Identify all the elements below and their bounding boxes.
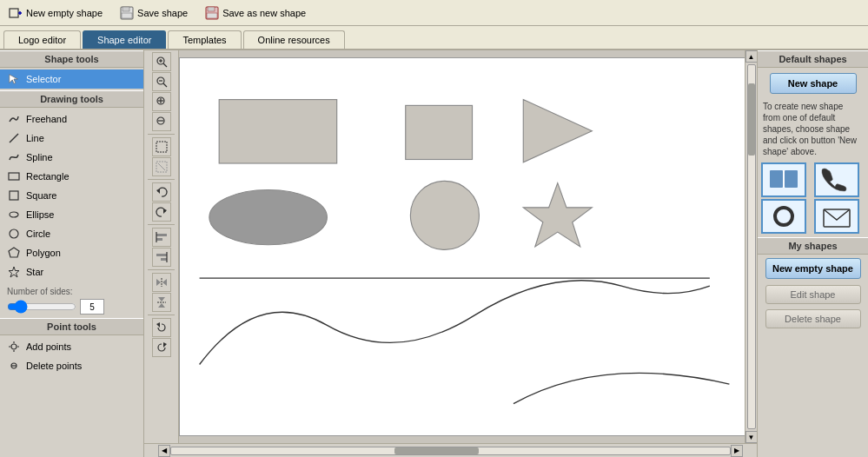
freehand-tool[interactable]: Freehand — [0, 109, 143, 129]
polygon-tool[interactable]: Polygon — [0, 243, 143, 262]
shape-thumb-ring[interactable] — [761, 199, 806, 234]
svg-marker-16 — [9, 267, 19, 277]
new-shape-button[interactable]: New shape — [770, 73, 857, 94]
mini-divider-3 — [148, 224, 175, 225]
drawing-tools-title: Drawing tools — [0, 90, 143, 108]
edit-shape-button[interactable]: Edit shape — [765, 285, 861, 304]
rectangle-icon — [7, 169, 21, 183]
align-right-button[interactable] — [152, 248, 171, 267]
vertical-scrollbar: ▲ ▼ — [745, 50, 757, 443]
point-tools-title: Point tools — [0, 318, 143, 335]
drawing-svg — [180, 58, 749, 435]
rotate-ccw-button[interactable] — [152, 318, 171, 337]
svg-marker-54 — [163, 342, 167, 348]
align-left-button[interactable] — [152, 228, 171, 247]
new-shape-icon — [9, 6, 23, 20]
save-as-icon — [205, 6, 219, 20]
sides-label: Number of sides: — [7, 287, 136, 296]
h-scroll-track[interactable] — [170, 447, 731, 455]
freehand-icon — [7, 112, 21, 126]
svg-line-30 — [163, 83, 167, 87]
drawing-tools-list: Freehand Line Spline Rectangle — [0, 108, 143, 283]
svg-rect-42 — [156, 238, 162, 241]
sides-slider[interactable] — [7, 301, 76, 312]
zoom-fit-button[interactable] — [152, 72, 171, 91]
delete-points-tool[interactable]: Delete points — [0, 356, 143, 375]
select-all-button[interactable] — [152, 137, 171, 156]
delete-points-icon — [7, 359, 21, 373]
svg-marker-40 — [163, 209, 167, 214]
drawing-area[interactable] — [179, 57, 750, 436]
svg-point-13 — [10, 212, 18, 217]
svg-rect-11 — [9, 173, 19, 180]
v-scroll-thumb[interactable] — [748, 83, 755, 156]
line-tool[interactable]: Line — [0, 129, 143, 148]
svg-marker-60 — [523, 183, 592, 247]
mini-toolbar — [144, 50, 179, 443]
svg-marker-51 — [158, 303, 165, 308]
svg-rect-62 — [770, 170, 783, 188]
center-area: ▲ ▼ ◀ ▶ — [144, 50, 757, 457]
tab-online-resources[interactable]: Online resources — [243, 30, 345, 49]
svg-rect-63 — [785, 170, 798, 188]
spline-tool[interactable]: Spline — [0, 148, 143, 167]
add-points-tool[interactable]: Add points — [0, 337, 143, 356]
line-icon — [7, 131, 21, 145]
save-as-new-shape-button[interactable]: Save as new shape — [200, 4, 311, 22]
svg-rect-7 — [208, 7, 215, 11]
scroll-left-button[interactable]: ◀ — [158, 445, 170, 457]
svg-point-59 — [410, 181, 479, 249]
svg-rect-56 — [406, 105, 473, 159]
circle-tool[interactable]: Circle — [0, 224, 143, 243]
top-toolbar: New empty shape Save shape Save as new s… — [0, 0, 868, 26]
flip-h-button[interactable] — [152, 273, 171, 292]
save-shape-button[interactable]: Save shape — [115, 4, 193, 22]
zoom-out-button[interactable] — [152, 112, 171, 131]
selector-tool[interactable]: Selector — [0, 70, 143, 89]
svg-marker-47 — [156, 279, 161, 286]
deselect-button[interactable] — [152, 157, 171, 176]
tab-logo-editor[interactable]: Logo editor — [3, 30, 81, 49]
ellipse-tool[interactable]: Ellipse — [0, 205, 143, 224]
svg-rect-0 — [10, 9, 18, 17]
flip-v-button[interactable] — [152, 293, 171, 312]
selector-icon — [7, 72, 21, 86]
right-panel: Default shapes New shape To create new s… — [757, 50, 868, 457]
svg-rect-5 — [122, 13, 132, 18]
scroll-up-button[interactable]: ▲ — [745, 50, 758, 63]
svg-rect-41 — [156, 234, 167, 236]
undo-button[interactable] — [152, 182, 171, 202]
new-empty-shape-button[interactable]: New empty shape — [3, 4, 108, 22]
scroll-down-button[interactable]: ▼ — [745, 431, 758, 443]
shape-thumb-book[interactable] — [761, 162, 806, 197]
tab-shape-editor[interactable]: Shape editor — [83, 30, 166, 49]
star-icon — [7, 265, 21, 279]
svg-rect-36 — [156, 142, 167, 152]
rectangle-tool[interactable]: Rectangle — [0, 167, 143, 186]
v-scroll-track[interactable] — [747, 64, 756, 429]
horizontal-scrollbar: ◀ ▶ — [144, 443, 757, 457]
redo-button[interactable] — [152, 202, 171, 222]
mini-divider-4 — [148, 269, 175, 270]
star-tool[interactable]: Star — [0, 262, 143, 281]
svg-rect-45 — [161, 258, 167, 261]
left-panel: Shape tools Selector Drawing tools Freeh… — [0, 50, 144, 457]
sides-input[interactable] — [80, 299, 104, 315]
scroll-right-button[interactable]: ▶ — [731, 445, 743, 457]
canvas-container: ▲ ▼ — [144, 50, 757, 443]
h-scroll-thumb[interactable] — [394, 447, 478, 454]
svg-line-10 — [10, 134, 18, 142]
zoom-in-small-button[interactable] — [152, 92, 171, 111]
tab-templates[interactable]: Templates — [168, 30, 241, 49]
zoom-in-button[interactable] — [152, 52, 171, 71]
new-empty-shape-button-right[interactable]: New empty shape — [765, 258, 861, 279]
mini-divider-2 — [148, 179, 175, 180]
delete-shape-button[interactable]: Delete shape — [765, 309, 861, 328]
default-shapes-title: Default shapes — [758, 50, 868, 68]
shape-thumb-envelope[interactable] — [814, 199, 859, 234]
rotate-cw-button[interactable] — [152, 338, 171, 357]
tab-bar: Logo editor Shape editor Templates Onlin… — [0, 26, 868, 50]
svg-point-58 — [209, 190, 328, 245]
shape-thumb-phone[interactable] — [814, 162, 859, 197]
square-tool[interactable]: Square — [0, 186, 143, 205]
